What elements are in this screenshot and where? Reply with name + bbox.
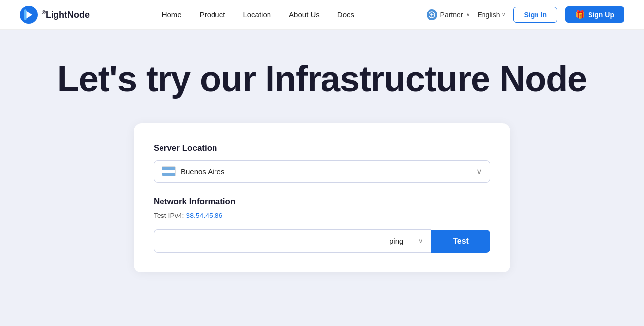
network-info-section: Network Information Test IPv4: 38.54.45.…	[154, 197, 490, 219]
location-select[interactable]: Buenos Aires ∨	[154, 160, 490, 183]
test-ipv4-link[interactable]: 38.54.45.86	[186, 212, 222, 219]
logo-text: ®LightNode	[42, 9, 90, 20]
logo[interactable]: ®LightNode	[20, 6, 90, 24]
nav-item-docs[interactable]: Docs	[337, 10, 354, 19]
test-ipv4-label: Test IPv4:	[154, 212, 184, 219]
logo-icon	[20, 6, 38, 24]
location-chevron-icon: ∨	[476, 167, 482, 176]
nav-item-aboutus[interactable]: About Us	[289, 10, 320, 19]
test-type-select[interactable]: ping ∨	[381, 229, 431, 253]
language-dropdown[interactable]: English ∨	[478, 11, 506, 19]
hero-card: Server Location Buenos Aires ∨ Network I…	[134, 123, 510, 272]
partner-dropdown[interactable]: Partner ∨	[427, 9, 470, 20]
gift-icon: 🎁	[575, 10, 585, 19]
location-select-left: Buenos Aires	[162, 166, 224, 176]
partner-label: Partner	[440, 11, 463, 19]
test-input[interactable]	[154, 229, 381, 253]
partner-icon	[427, 9, 437, 20]
hero-section: Let's try our Infrastructure Node Server…	[0, 30, 644, 326]
server-location-label: Server Location	[154, 143, 490, 153]
svg-rect-2	[24, 9, 27, 20]
nav-links: Home Product Location About Us Docs	[162, 10, 354, 19]
nav-item-home[interactable]: Home	[162, 10, 182, 19]
selected-location-text: Buenos Aires	[181, 167, 224, 176]
test-button[interactable]: Test	[431, 230, 490, 253]
language-chevron-icon: ∨	[502, 12, 505, 17]
navbar: ®LightNode Home Product Location About U…	[0, 0, 644, 30]
logo-reg: ®	[42, 9, 46, 15]
signin-button[interactable]: Sign In	[513, 7, 557, 23]
hero-title: Let's try our Infrastructure Node	[20, 59, 624, 99]
test-row: ping ∨ Test	[154, 229, 490, 253]
test-ipv4-row: Test IPv4: 38.54.45.86	[154, 212, 490, 219]
test-type-label: ping	[389, 237, 403, 245]
language-label: English	[478, 11, 500, 19]
test-type-chevron-icon: ∨	[418, 237, 423, 245]
argentina-flag-icon	[162, 166, 176, 176]
nav-item-location[interactable]: Location	[243, 10, 271, 19]
partner-chevron-icon: ∨	[466, 12, 470, 17]
nav-item-product[interactable]: Product	[200, 10, 225, 19]
signup-button[interactable]: 🎁 Sign Up	[565, 6, 624, 23]
signup-label: Sign Up	[588, 11, 614, 19]
nav-right: Partner ∨ English ∨ Sign In 🎁 Sign Up	[427, 6, 624, 23]
network-info-label: Network Information	[154, 197, 490, 207]
